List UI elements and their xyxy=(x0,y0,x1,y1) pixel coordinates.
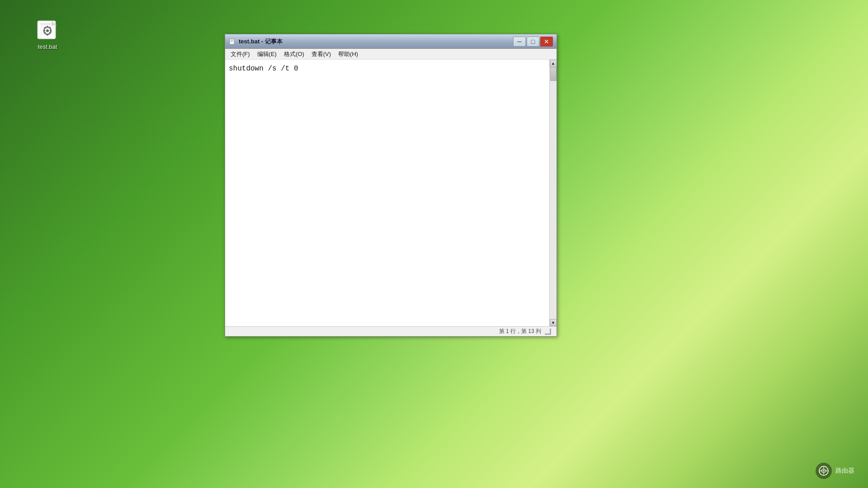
notepad-icon xyxy=(229,38,236,45)
text-area-container: shutdown /s /t 0 ▲ ▼ xyxy=(225,60,557,326)
test-bat-icon-image xyxy=(36,18,59,42)
test-bat-label: test.bat xyxy=(38,43,57,50)
minimize-button[interactable]: ─ xyxy=(513,37,526,47)
svg-rect-6 xyxy=(47,34,48,36)
svg-rect-16 xyxy=(231,41,233,41)
svg-rect-15 xyxy=(231,40,233,40)
close-button[interactable]: ✕ xyxy=(540,37,553,47)
window-title: test.bat - 记事本 xyxy=(239,38,513,46)
scrollbar-track[interactable] xyxy=(550,67,557,319)
svg-rect-8 xyxy=(50,30,52,32)
vertical-scrollbar[interactable]: ▲ ▼ xyxy=(549,60,557,326)
svg-rect-2 xyxy=(40,23,53,24)
watermark: 路由器 xyxy=(816,463,854,479)
maximize-button[interactable]: □ xyxy=(527,37,539,47)
scrollbar-down-button[interactable]: ▼ xyxy=(550,319,557,326)
svg-rect-1 xyxy=(39,23,54,35)
svg-rect-5 xyxy=(47,26,48,28)
notepad-window: test.bat - 记事本 ─ □ ✕ 文件(F) 编辑(E) 格式(O) 查… xyxy=(225,34,557,337)
menu-format[interactable]: 格式(O) xyxy=(280,49,308,59)
svg-rect-17 xyxy=(231,42,232,42)
watermark-icon xyxy=(816,463,832,479)
title-bar: test.bat - 记事本 ─ □ ✕ xyxy=(225,34,557,49)
watermark-text: 路由器 xyxy=(835,467,854,475)
notepad-textarea[interactable]: shutdown /s /t 0 xyxy=(225,60,549,326)
menu-view[interactable]: 查看(V) xyxy=(308,49,335,59)
menu-edit[interactable]: 编辑(E) xyxy=(254,49,280,59)
svg-rect-7 xyxy=(43,30,45,32)
status-bar: 第 1 行，第 13 列 xyxy=(225,326,557,336)
scrollbar-up-button[interactable]: ▲ xyxy=(550,60,557,67)
menu-file[interactable]: 文件(F) xyxy=(227,49,254,59)
resize-handle[interactable] xyxy=(545,328,551,335)
cursor-position: 第 1 行，第 13 列 xyxy=(499,328,541,335)
desktop: test.bat test.bat - 记事本 ─ □ ✕ xyxy=(0,0,868,488)
test-bat-icon[interactable]: test.bat xyxy=(29,18,66,50)
title-bar-buttons: ─ □ ✕ xyxy=(513,37,553,47)
menu-help[interactable]: 帮助(H) xyxy=(335,49,362,59)
menu-bar: 文件(F) 编辑(E) 格式(O) 查看(V) 帮助(H) xyxy=(225,49,557,60)
svg-point-4 xyxy=(46,29,49,32)
scrollbar-thumb[interactable] xyxy=(550,67,557,81)
